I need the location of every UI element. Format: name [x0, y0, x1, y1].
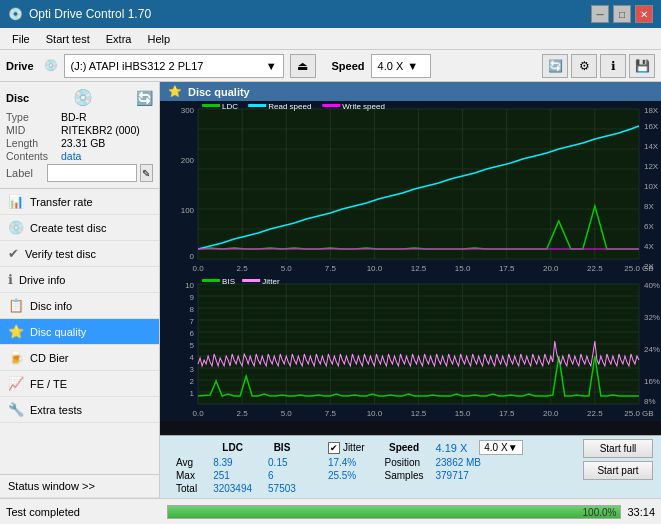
svg-text:32%: 32%	[644, 313, 660, 322]
nav-status-window[interactable]: Status window >>	[0, 474, 159, 498]
svg-text:20.0: 20.0	[543, 264, 559, 273]
disc-quality-title: Disc quality	[188, 86, 250, 98]
jitter-checkbox[interactable]: ✔	[328, 442, 340, 454]
toolbar-icons: 🔄 ⚙ ℹ 💾	[542, 54, 655, 78]
speed-select[interactable]: 4.0 X ▼	[371, 54, 431, 78]
start-full-button[interactable]: Start full	[583, 439, 653, 458]
samples-label: Samples	[373, 469, 432, 482]
status-text: Test completed	[6, 506, 161, 518]
nav-disc-info-label: Disc info	[30, 300, 72, 312]
svg-text:22.5: 22.5	[587, 264, 603, 273]
svg-text:10.0: 10.0	[367, 264, 383, 273]
total-label: Total	[168, 482, 205, 495]
contents-value: data	[61, 150, 81, 162]
nav-extra-tests[interactable]: 🔧 Extra tests	[0, 397, 159, 423]
refresh-button[interactable]: 🔄	[542, 54, 568, 78]
speed-dropdown-value: 4.0 X	[484, 442, 507, 453]
status-time: 33:14	[627, 506, 655, 518]
drive-info-icon: ℹ	[8, 272, 13, 287]
nav-fe-te[interactable]: 📈 FE / TE	[0, 371, 159, 397]
nav-transfer-rate-label: Transfer rate	[30, 196, 93, 208]
nav-transfer-rate[interactable]: 📊 Transfer rate	[0, 189, 159, 215]
mid-label: MID	[6, 124, 61, 136]
label-field-label: Label	[6, 167, 44, 179]
svg-text:12.5: 12.5	[411, 409, 427, 418]
svg-text:22.5: 22.5	[587, 409, 603, 418]
menu-file[interactable]: File	[4, 31, 38, 47]
nav-fe-te-label: FE / TE	[30, 378, 67, 390]
disc-panel: Disc 💿 🔄 Type BD-R MID RITEKBR2 (000) Le…	[0, 82, 159, 189]
nav-drive-info[interactable]: ℹ Drive info	[0, 267, 159, 293]
max-label: Max	[168, 469, 205, 482]
svg-text:20.0: 20.0	[543, 409, 559, 418]
contents-label: Contents	[6, 150, 61, 162]
disc-mid-row: MID RITEKBR2 (000)	[6, 124, 153, 136]
settings-button[interactable]: ⚙	[571, 54, 597, 78]
menu-start-test[interactable]: Start test	[38, 31, 98, 47]
label-input[interactable]	[47, 164, 137, 182]
svg-text:12X: 12X	[644, 162, 659, 171]
info-button[interactable]: ℹ	[600, 54, 626, 78]
menu-extra[interactable]: Extra	[98, 31, 140, 47]
max-bis: 6	[260, 469, 304, 482]
drive-dropdown-arrow: ▼	[266, 60, 277, 72]
save-button[interactable]: 💾	[629, 54, 655, 78]
svg-text:10: 10	[185, 281, 194, 290]
svg-text:8%: 8%	[644, 397, 656, 406]
create-test-icon: 💿	[8, 220, 24, 235]
disc-length-row: Length 23.31 GB	[6, 137, 153, 149]
disc-label-row: Label ✎	[6, 164, 153, 182]
svg-text:3: 3	[190, 365, 195, 374]
eject-button[interactable]: ⏏	[290, 54, 316, 78]
nav-extra-tests-label: Extra tests	[30, 404, 82, 416]
drive-label: Drive	[6, 60, 34, 72]
nav-verify-test-disc[interactable]: ✔ Verify test disc	[0, 241, 159, 267]
svg-text:1: 1	[190, 389, 195, 398]
svg-text:0.0: 0.0	[193, 264, 205, 273]
svg-text:100: 100	[181, 206, 195, 215]
svg-text:0.0: 0.0	[193, 409, 205, 418]
menu-help[interactable]: Help	[139, 31, 178, 47]
svg-text:Jitter: Jitter	[262, 277, 280, 286]
nav-create-test-disc[interactable]: 💿 Create test disc	[0, 215, 159, 241]
disc-title: Disc	[6, 92, 29, 104]
svg-text:7.5: 7.5	[325, 409, 337, 418]
drive-disc-icon: 💿	[44, 59, 58, 72]
disc-refresh-icon[interactable]: 🔄	[136, 90, 153, 106]
nav-disc-quality[interactable]: ⭐ Disc quality	[0, 319, 159, 345]
svg-text:6X: 6X	[644, 222, 654, 231]
svg-text:25.0 GB: 25.0 GB	[624, 264, 653, 273]
avg-label: Avg	[168, 456, 205, 469]
maximize-button[interactable]: □	[613, 5, 631, 23]
svg-text:8: 8	[190, 305, 195, 314]
minimize-button[interactable]: ─	[591, 5, 609, 23]
svg-text:LDC: LDC	[222, 102, 238, 111]
disc-cd-icon: 💿	[73, 88, 93, 107]
bottom-chart-wrapper: 10 9 8 7 6 5 4 3 2 1 40% 32% 24% 16% 8%	[160, 276, 661, 421]
speed-label: Speed	[332, 60, 365, 72]
nav-disc-info[interactable]: 📋 Disc info	[0, 293, 159, 319]
svg-text:40%: 40%	[644, 281, 660, 290]
svg-text:300: 300	[181, 106, 195, 115]
total-bis: 57503	[260, 482, 304, 495]
label-edit-button[interactable]: ✎	[140, 164, 153, 182]
fe-te-icon: 📈	[8, 376, 24, 391]
svg-text:Read speed: Read speed	[268, 102, 311, 111]
status-bar: Test completed 100.0% 33:14	[0, 498, 661, 524]
status-window-label: Status window >>	[8, 480, 95, 492]
top-chart-wrapper: 300 200 100 0 18X 16X 14X 12X 10X 8X 6X …	[160, 101, 661, 276]
speed-dropdown-arrow: ▼	[407, 60, 418, 72]
svg-text:6: 6	[190, 329, 195, 338]
nav-cd-bier[interactable]: 🍺 CD Bier	[0, 345, 159, 371]
svg-text:8X: 8X	[644, 202, 654, 211]
position-label: Position	[373, 456, 432, 469]
progress-bar	[168, 506, 620, 518]
stats-panel: LDC BIS ✔ Jitter Speed 4.19 X	[160, 435, 661, 498]
length-value: 23.31 GB	[61, 137, 105, 149]
main-content: Disc 💿 🔄 Type BD-R MID RITEKBR2 (000) Le…	[0, 82, 661, 498]
drive-select[interactable]: (J:) ATAPI iHBS312 2 PL17 ▼	[64, 54, 284, 78]
close-button[interactable]: ✕	[635, 5, 653, 23]
samples-value: 379717	[431, 469, 530, 482]
speed-dropdown[interactable]: 4.0 X ▼	[479, 440, 522, 455]
start-part-button[interactable]: Start part	[583, 461, 653, 480]
